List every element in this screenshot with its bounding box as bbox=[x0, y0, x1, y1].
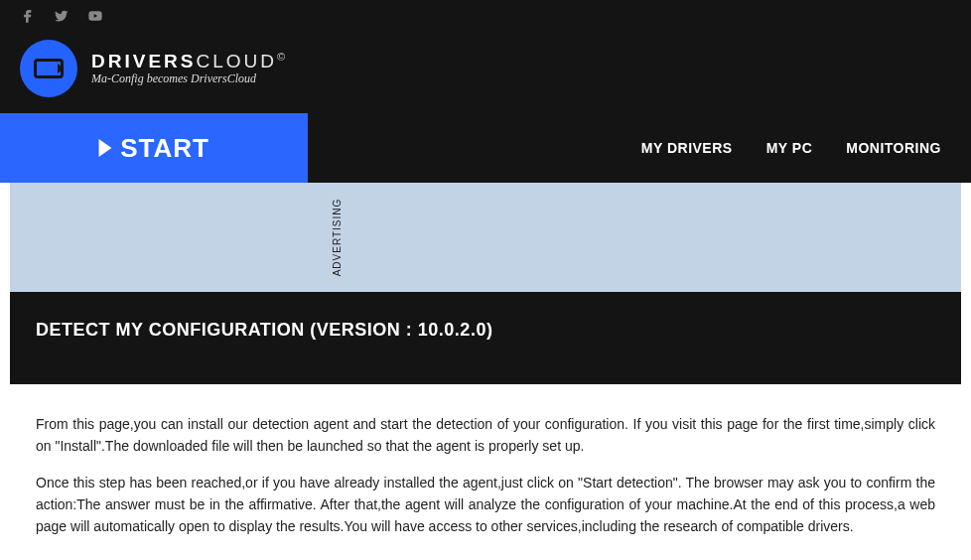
advertising-label: ADVERTISING bbox=[332, 199, 343, 277]
page-title: DETECT MY CONFIGURATION (VERSION : 10.0.… bbox=[36, 320, 935, 341]
paragraph-2: Once this step has been reached,or if yo… bbox=[36, 473, 935, 537]
header: DRIVERSCLOUD© Ma-Config becomes DriversC… bbox=[0, 32, 971, 113]
brand-name-light: CLOUD bbox=[196, 52, 277, 72]
brand-name-bold: DRIVERS bbox=[91, 52, 196, 72]
brand-reg: © bbox=[277, 51, 288, 63]
nav-monitoring[interactable]: MONITORING bbox=[846, 140, 941, 156]
social-bar bbox=[0, 0, 971, 32]
title-band: DETECT MY CONFIGURATION (VERSION : 10.0.… bbox=[10, 292, 961, 384]
content-body: From this page,you can install our detec… bbox=[0, 384, 971, 560]
brand-text: DRIVERSCLOUD© Ma-Config becomes DriversC… bbox=[91, 51, 288, 85]
twitter-icon[interactable] bbox=[54, 8, 69, 24]
play-icon bbox=[98, 139, 112, 157]
nav-links: MY DRIVERS MY PC MONITORING bbox=[641, 113, 971, 183]
nav-my-drivers[interactable]: MY DRIVERS bbox=[641, 140, 733, 156]
youtube-icon[interactable] bbox=[87, 8, 103, 24]
brand-tagline: Ma-Config becomes DriversCloud bbox=[91, 71, 288, 86]
facebook-icon[interactable] bbox=[20, 8, 36, 24]
main-nav: START MY DRIVERS MY PC MONITORING bbox=[0, 113, 971, 183]
logo[interactable] bbox=[20, 40, 77, 97]
advertising-band: ADVERTISING bbox=[10, 183, 961, 292]
start-button[interactable]: START bbox=[0, 113, 308, 183]
nav-my-pc[interactable]: MY PC bbox=[766, 140, 813, 156]
start-label: START bbox=[120, 133, 209, 164]
paragraph-1: From this page,you can install our detec… bbox=[36, 414, 935, 457]
